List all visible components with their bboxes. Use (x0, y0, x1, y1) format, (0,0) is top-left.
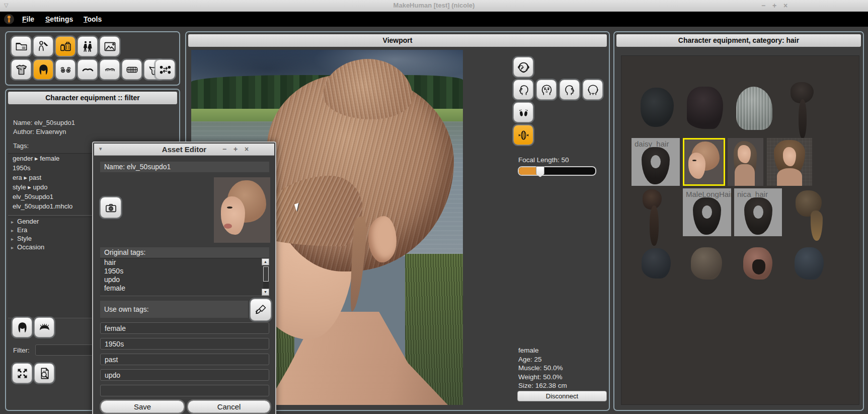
scroll-down-button[interactable]: ▼ (262, 289, 269, 296)
expand-all-button[interactable] (12, 363, 32, 383)
hair-thumbnail[interactable] (637, 246, 677, 282)
camera-feet-view-button[interactable] (513, 102, 533, 122)
equipment-panel-title: Character equipment, category: hair (616, 34, 861, 47)
hair-thumbnail[interactable] (791, 188, 831, 244)
hair-thumbnail-daisy[interactable]: daisy_hair (632, 138, 680, 186)
dialog-close-button[interactable]: × (241, 145, 252, 154)
caret-right-icon[interactable]: ▸ (11, 228, 14, 233)
hair-thumbnail[interactable] (790, 246, 830, 282)
hair-thumbnail-nica[interactable]: nica_hair (734, 188, 782, 236)
character-ear (368, 216, 397, 262)
asset-name-line: Name: elv_50supdo1 (13, 119, 75, 126)
menu-tools[interactable]: Tools (81, 14, 105, 24)
menubar: File Settings Tools (0, 12, 868, 27)
tag-input-1[interactable] (100, 322, 269, 334)
original-tag[interactable]: hair (100, 258, 269, 267)
window-titlebar[interactable]: ▽ MakeHuman [test] (nicole) − + × (0, 0, 868, 12)
info-age: Age: 25 (518, 355, 567, 364)
disconnect-button[interactable]: Disconnect (517, 391, 607, 401)
focal-perspective-button[interactable] (513, 125, 533, 145)
original-tag[interactable]: 1950s (100, 267, 269, 275)
hair-thumbnail[interactable] (687, 246, 727, 282)
original-tag[interactable]: updo (100, 275, 269, 284)
clear-tags-button[interactable] (250, 299, 271, 321)
caret-right-icon[interactable]: ▸ (11, 245, 14, 250)
eyes-icon (59, 63, 72, 77)
caret-right-icon[interactable]: ▸ (11, 236, 14, 242)
dialog-minimize-button[interactable]: − (219, 145, 230, 154)
caret-right-icon[interactable]: ▸ (11, 219, 14, 225)
clothes-button[interactable] (11, 59, 31, 80)
original-tags-list: hair 1950s updo female ▲ ▼ (100, 258, 269, 296)
eyebrows-button[interactable] (77, 59, 98, 80)
camera-right-profile-button[interactable] (560, 80, 580, 100)
document-search-icon (38, 367, 51, 380)
snapshot-button[interactable] (100, 197, 121, 218)
hair-thumbnail[interactable] (635, 84, 680, 131)
hair-thumbnail[interactable] (728, 138, 763, 186)
eyes-button[interactable] (55, 59, 75, 80)
female-hair-toggle[interactable] (12, 317, 32, 337)
save-load-button[interactable] (55, 36, 75, 56)
hair-thumbnail[interactable] (767, 138, 812, 186)
hair-thumbnail-selected[interactable] (683, 138, 725, 186)
camera-front-view-button[interactable] (536, 80, 557, 100)
teeth-button[interactable] (122, 59, 142, 80)
hair-icon (37, 63, 50, 77)
scrollbar-track[interactable] (263, 265, 269, 289)
camera-icon (104, 201, 118, 215)
minimize-button[interactable]: − (758, 1, 769, 10)
hair-button[interactable] (33, 59, 53, 80)
maximize-button[interactable]: + (769, 1, 780, 10)
hair-thumbnail[interactable] (783, 81, 824, 139)
focal-length-slider[interactable] (518, 166, 596, 176)
tag-input-5[interactable] (100, 385, 269, 396)
hair-thumbnail[interactable] (682, 84, 727, 131)
tag-input-3[interactable] (100, 354, 269, 365)
info-weight: Weight: 50.0% (518, 373, 567, 382)
original-tag[interactable]: female (100, 284, 269, 293)
close-button[interactable]: × (780, 1, 791, 10)
filter-panel-title: Character equipment :: filter (8, 92, 177, 104)
lens-icon (517, 128, 530, 142)
feet-icon (517, 106, 530, 119)
hair-thumbnail[interactable] (731, 84, 776, 131)
eyelashes-button[interactable] (100, 59, 120, 80)
tag-input-2[interactable] (100, 338, 269, 350)
save-button[interactable]: Save (101, 400, 184, 413)
female-hair-icon (16, 321, 29, 334)
camera-back-view-button[interactable] (583, 80, 603, 100)
hair-thumbnail-malelonghair[interactable]: MaleLongHair (683, 188, 731, 236)
pose-button[interactable] (77, 36, 98, 56)
camera-top-view-button[interactable] (513, 57, 533, 77)
cancel-button[interactable]: Cancel (188, 400, 270, 413)
scroll-up-button[interactable]: ▲ (262, 258, 269, 265)
makehuman-logo-icon (4, 14, 14, 24)
tag-input-4[interactable] (100, 369, 269, 381)
eyebrows-icon (81, 63, 95, 77)
male-hair-toggle[interactable] (34, 317, 54, 337)
makehuman-window: ▽ MakeHuman [test] (nicole) − + × File S… (0, 0, 868, 414)
camera-left-profile-button[interactable] (513, 80, 533, 100)
dialog-titlebar[interactable]: ▾ Asset Editor − + × (94, 144, 274, 156)
expand-arrows-icon (16, 367, 29, 380)
dialog-name-field[interactable]: Name: elv_50supdo1 (100, 162, 269, 172)
files-button[interactable] (11, 36, 31, 56)
menu-file[interactable]: File (19, 14, 37, 24)
slider-handle[interactable] (536, 166, 544, 177)
menu-settings[interactable]: Settings (42, 14, 76, 24)
exchange-button[interactable] (155, 59, 175, 80)
scrollbar-thumb[interactable] (263, 266, 269, 282)
render-button[interactable] (100, 36, 120, 56)
hair-thumbnail[interactable] (637, 188, 672, 246)
inspect-file-button[interactable] (34, 363, 54, 383)
dialog-maximize-button[interactable]: + (230, 145, 241, 154)
image-icon (103, 40, 117, 53)
asset-author-line: Author: Elvaerwyn (13, 128, 66, 135)
modelling-button[interactable] (33, 36, 53, 56)
asset-thumbnail (214, 177, 270, 243)
hair-thumbnail[interactable] (738, 246, 778, 282)
tags-label: Tags: (13, 142, 29, 150)
head-back-icon (586, 83, 600, 97)
filter-label: Filter: (13, 347, 30, 354)
